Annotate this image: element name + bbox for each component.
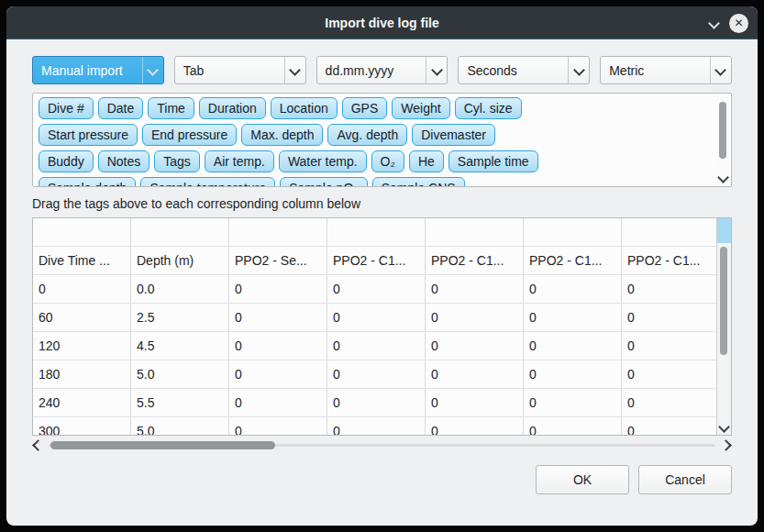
units-select[interactable]: Metric [600,56,732,84]
table-row: 00.0000000 [33,275,717,304]
tag-buddy[interactable]: Buddy [39,150,94,172]
tag-dive[interactable]: Dive # [39,97,94,119]
drop-target-col-7[interactable] [622,218,718,247]
table-cell: 0 [622,332,718,360]
tag-row: Dive #DateTimeDurationLocationGPSWeightC… [37,97,711,119]
tag-sample-time[interactable]: Sample time [448,150,538,172]
table-cell: 0 [327,360,426,389]
scroll-down-icon[interactable] [717,172,729,183]
import-type-select[interactable]: Manual import [32,56,164,84]
table-cell: 5.5 [131,389,229,417]
tag-weight[interactable]: Weight [392,97,449,119]
tag-he[interactable]: He [409,150,444,172]
table-grid: Dive Time ...Depth (m)PPO2 - Se...PPO2 -… [33,218,717,435]
table-cell: 0 [426,332,524,360]
tag-max-depth[interactable]: Max. depth [241,124,323,146]
drop-target-row [33,218,717,247]
tag-notes[interactable]: Notes [98,150,150,172]
table-horizontal-scrollbar[interactable] [32,438,732,452]
tag-sample-depth[interactable]: Sample depth [39,177,136,186]
tag-sample-cns[interactable]: Sample CNS [372,177,465,186]
tag-tags[interactable]: Tags [154,150,200,172]
tag-list-panel: Dive #DateTimeDurationLocationGPSWeightC… [32,93,732,187]
table-cell: 5.0 [131,417,229,436]
scrollbar-thumb[interactable] [50,441,275,449]
table-cell: 0 [622,304,718,332]
tag-list-vertical-scrollbar[interactable] [716,94,730,185]
column-header[interactable]: PPO2 - C1... [426,247,524,275]
column-header[interactable]: PPO2 - C1... [622,247,718,275]
ok-button[interactable]: OK [536,465,629,494]
tag-start-pressure[interactable]: Start pressure [39,124,138,146]
titlebar[interactable]: Import dive log file ✕ [6,6,758,39]
tag-list: Dive #DateTimeDurationLocationGPSWeightC… [33,94,731,186]
scroll-left-icon[interactable] [32,439,44,451]
tag-time[interactable]: Time [148,97,194,119]
table-viewport: Dive Time ...Depth (m)PPO2 - Se...PPO2 -… [33,218,717,435]
table-cell: 0 [229,332,327,360]
field-separator-value: Tab [175,63,284,78]
table-cell: 0 [327,417,426,436]
date-format-select[interactable]: dd.mm.yyyy [316,56,448,84]
drop-target-col-5[interactable] [426,218,524,247]
table-row: 2405.5000000 [33,389,717,417]
tag-cyl-size[interactable]: Cyl. size [455,97,522,119]
titlebar-buttons: ✕ [710,6,748,39]
scrollbar-header-cap [717,218,731,243]
table-cell: 0 [524,360,622,389]
field-separator-select[interactable]: Tab [174,56,306,84]
table-cell: 0 [524,275,622,304]
table-cell: 0 [327,389,426,417]
tag-avg-depth[interactable]: Avg. depth [327,124,407,146]
date-format-value: dd.mm.yyyy [317,63,426,78]
tag-duration[interactable]: Duration [199,97,266,119]
tag-gps[interactable]: GPS [342,97,388,119]
tag-location[interactable]: Location [271,97,338,119]
table-cell: 2.5 [131,304,229,332]
tag-divemaster[interactable]: Divemaster [412,124,495,146]
import-dive-log-dialog: Import dive log file ✕ Manual import Tab… [6,6,758,526]
tag-date[interactable]: Date [98,97,144,119]
window-title: Import dive log file [325,16,438,30]
table-cell: 0 [229,360,327,389]
options-row: Manual import Tab dd.mm.yyyy Seconds Met [32,56,732,84]
tag-o[interactable]: O₂ [371,150,404,172]
table-cell: 0 [622,360,718,389]
scrollbar-thumb[interactable] [720,247,727,355]
column-header[interactable]: Dive Time ... [33,247,131,275]
table-cell: 0 [33,275,131,304]
column-header[interactable]: PPO2 - C1... [327,247,426,275]
tag-water-temp[interactable]: Water temp. [279,150,367,172]
table-cell: 0 [524,417,622,436]
column-header[interactable]: Depth (m) [131,247,229,275]
duration-format-select[interactable]: Seconds [458,56,590,84]
drop-target-col-2[interactable] [131,218,229,247]
table-vertical-scrollbar[interactable] [716,218,731,435]
scroll-down-icon[interactable] [718,421,730,433]
cancel-button[interactable]: Cancel [638,465,732,494]
tag-row: BuddyNotesTagsAir temp.Water temp.O₂HeSa… [37,150,711,172]
drop-target-col-6[interactable] [524,218,622,247]
chevron-down-icon [711,66,731,74]
table-cell: 0 [229,275,327,304]
close-icon[interactable]: ✕ [729,14,748,33]
drop-target-col-1[interactable] [33,218,131,247]
tag-sample-po[interactable]: Sample pO₂ [280,177,367,186]
scroll-right-icon[interactable] [720,439,732,451]
csv-preview-table: Dive Time ...Depth (m)PPO2 - Se...PPO2 -… [32,217,732,436]
column-header[interactable]: PPO2 - Se... [229,247,327,275]
table-cell: 4.5 [131,332,229,360]
tag-sample-temperature[interactable]: Sample temperature [140,177,275,186]
table-cell: 0 [524,332,622,360]
table-cell: 180 [33,360,131,389]
scrollbar-thumb[interactable] [719,102,726,159]
tag-end-pressure[interactable]: End pressure [142,124,237,146]
column-header[interactable]: PPO2 - C1... [524,247,622,275]
tag-air-temp[interactable]: Air temp. [205,150,274,172]
drop-target-col-3[interactable] [229,218,327,247]
shade-window-icon[interactable] [708,17,720,29]
table-row: 3005.0000000 [33,417,717,436]
table-cell: 0 [622,275,718,304]
table-cell: 0 [622,389,718,417]
drop-target-col-4[interactable] [327,218,426,247]
